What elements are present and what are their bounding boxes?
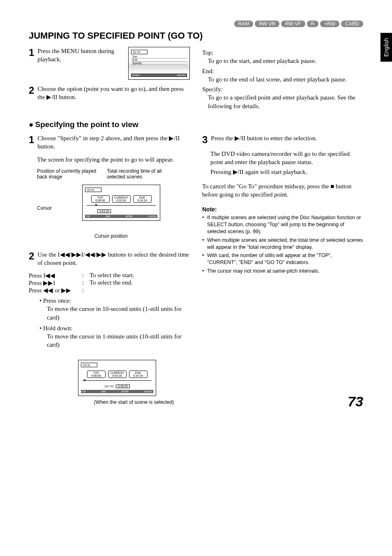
goto-current-box: CURRENT 0:03:26 — [112, 195, 131, 203]
note-2: When multiple scenes are selected, the t… — [202, 237, 363, 251]
label-position: Position of currently played back image — [37, 168, 99, 180]
goto-menu-screenshot: Go To Top End Specify ENTER RETURN — [128, 47, 190, 80]
label-cursor-position: Cursor position — [95, 233, 128, 239]
spec-step-3-body: The DVD video camera/recorder will go to… — [210, 150, 363, 167]
spec-step-2-text: Use the I◀◀/▶▶I/◀◀/▶▶ buttons to select … — [37, 250, 190, 267]
spec-step-1-body: The screen for specifying the point to g… — [37, 155, 190, 164]
step-2-text: Choose the option (point you want to go … — [37, 85, 190, 102]
hold-down-label: • Hold down: — [39, 324, 190, 332]
spec-step-1-num: 1 — [29, 135, 34, 145]
menu-item-end: End — [131, 58, 187, 62]
step-1-text: Press the MENU button during playback. — [37, 47, 125, 64]
goto-screen-start: Go to TOP 0:00:00 CURRENT 0:03:26 END 0: — [78, 360, 156, 396]
step-number-1: 1 — [29, 48, 34, 58]
badge-rwvf: RW VF — [281, 21, 305, 27]
press-next-val: To select the end. — [90, 279, 133, 287]
start-top-box: TOP 0:00:00 — [87, 371, 106, 378]
start-goto-value: 0:00:00 — [116, 385, 129, 388]
press-once-label: • Press once: — [39, 297, 190, 305]
hint-return: RETURN — [177, 74, 186, 76]
cancel-text: To cancel the "Go To" procedure midway, … — [202, 182, 363, 199]
press-seek-key: Press ◀◀ or ▶▶ — [29, 287, 82, 294]
menu-title: Go To — [131, 50, 148, 54]
note-3: With card, the number of stills will app… — [202, 252, 363, 266]
subheading-specifying: Specifying the point to view — [29, 120, 363, 129]
badge-r: R — [307, 21, 319, 27]
top-label: Top: — [202, 49, 363, 57]
press-prev-val: To select the start. — [90, 272, 134, 279]
spec-step-3-body2: Pressing ▶/II again will start playback. — [210, 168, 363, 176]
note-4: The cursor may not move at same-pitch in… — [202, 268, 363, 275]
specify-label: Specify: — [202, 85, 363, 93]
note-heading: Note: — [202, 206, 363, 213]
badge-card: CARD — [341, 21, 363, 27]
hold-down-desc: To move the cursor in 1-minute units (10… — [47, 332, 190, 349]
goto-screen-diagram: Go to TOP 0:00:00 CURRENT 0:03:26 END 0: — [82, 185, 160, 221]
top-def: To go to the start, and enter playback p… — [208, 57, 363, 65]
badge-ram: RAM — [234, 21, 254, 27]
end-def: To go to the end of last scene, and ente… — [208, 75, 363, 83]
press-next-key: Press ▶▶I — [29, 279, 82, 287]
spec-step-3-text: Press the ▶/II button to enter the selec… — [211, 134, 363, 142]
label-total: Total recording time of all selected sce… — [107, 168, 173, 180]
badge-rwvr: RW VR — [255, 21, 279, 27]
start-current-box: CURRENT 0:03:26 — [108, 371, 127, 378]
note-list: If multiple scenes are selected using th… — [202, 214, 363, 275]
badge-plusrw: +RW — [320, 21, 339, 27]
spec-step-2-num: 2 — [29, 251, 34, 261]
menu-item-specify: Specify — [131, 62, 187, 65]
end-label: End: — [202, 67, 363, 75]
spec-step-3-num: 3 — [202, 135, 208, 145]
press-once-desc: To move the cursor in 10-second units (1… — [47, 305, 190, 322]
goto-end-box: END 0:24:24 — [133, 195, 152, 203]
menu-item-top: Top — [131, 55, 187, 58]
press-prev-key: Press I◀◀ — [29, 272, 82, 279]
page-number: 73 — [348, 394, 363, 410]
goto-value: 0:03:26 — [97, 209, 111, 213]
note-1: If multiple scenes are selected using th… — [202, 214, 363, 235]
goto-title: Go to — [85, 188, 101, 192]
goto-top-box: TOP 0:00:00 — [91, 195, 110, 203]
specify-def: To go to a specified point and enter pla… — [208, 93, 363, 110]
start-end-box: END 0:24:24 — [129, 371, 148, 378]
label-cursor: Cursor — [37, 205, 52, 211]
start-title: Go to — [81, 363, 97, 367]
step-number-2: 2 — [29, 86, 34, 95]
press-list: Press I◀◀ : To select the start. Press ▶… — [29, 272, 190, 294]
page-title: JUMPING TO SPECIFIED POINT (GO TO) — [29, 30, 363, 41]
spec-step-1-text: Choose "Specify" in step 2 above, and th… — [37, 134, 190, 151]
format-badges: RAM RW VR RW VF R +RW CARD — [29, 21, 363, 27]
start-caption: (When the start of scene is selected) — [78, 399, 190, 405]
hint-enter: ENTER — [132, 74, 139, 76]
